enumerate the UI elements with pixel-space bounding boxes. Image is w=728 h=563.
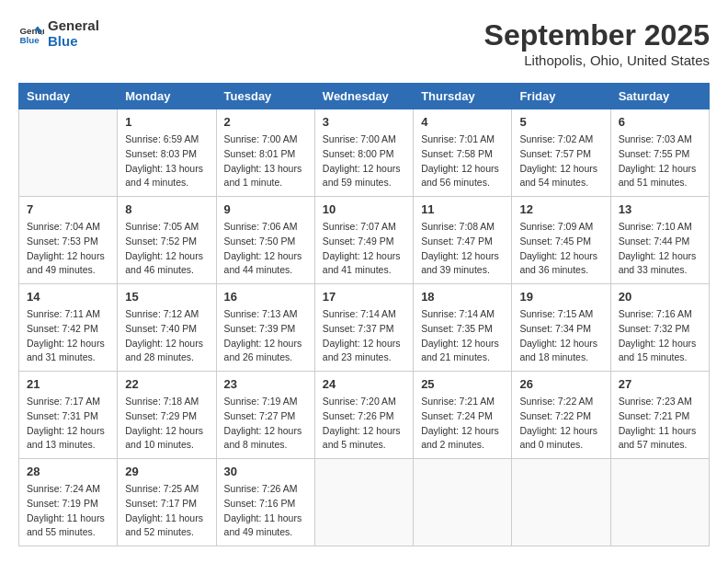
calendar-cell — [610, 459, 709, 546]
day-info: Sunrise: 7:25 AMSunset: 7:17 PMDaylight:… — [125, 482, 208, 540]
page-subtitle: Lithopolis, Ohio, United States — [484, 52, 710, 68]
calendar-cell: 13Sunrise: 7:10 AMSunset: 7:44 PMDayligh… — [610, 197, 709, 284]
calendar-cell: 18Sunrise: 7:14 AMSunset: 7:35 PMDayligh… — [414, 284, 512, 372]
day-info: Sunrise: 7:00 AMSunset: 8:01 PMDaylight:… — [224, 132, 307, 190]
calendar-cell — [512, 459, 610, 546]
calendar-cell: 11Sunrise: 7:08 AMSunset: 7:47 PMDayligh… — [414, 197, 512, 284]
calendar-table: SundayMondayTuesdayWednesdayThursdayFrid… — [18, 83, 710, 546]
day-info: Sunrise: 7:12 AMSunset: 7:40 PMDaylight:… — [125, 307, 208, 365]
calendar-cell: 22Sunrise: 7:18 AMSunset: 7:29 PMDayligh… — [118, 372, 216, 459]
header-wednesday: Wednesday — [314, 84, 413, 109]
day-info: Sunrise: 7:19 AMSunset: 7:27 PMDaylight:… — [224, 395, 307, 453]
calendar-cell: 15Sunrise: 7:12 AMSunset: 7:40 PMDayligh… — [118, 284, 216, 372]
calendar-cell: 1Sunrise: 6:59 AMSunset: 8:03 PMDaylight… — [118, 109, 216, 197]
calendar-week-row: 1Sunrise: 6:59 AMSunset: 8:03 PMDaylight… — [19, 109, 710, 197]
day-info: Sunrise: 7:04 AMSunset: 7:53 PMDaylight:… — [27, 220, 109, 278]
day-info: Sunrise: 7:18 AMSunset: 7:29 PMDaylight:… — [125, 395, 208, 453]
calendar-cell: 3Sunrise: 7:00 AMSunset: 8:00 PMDaylight… — [314, 109, 413, 197]
day-number: 12 — [519, 202, 602, 216]
calendar-cell — [314, 459, 413, 546]
day-number: 24 — [323, 377, 405, 391]
day-info: Sunrise: 7:10 AMSunset: 7:44 PMDaylight:… — [619, 220, 701, 278]
day-number: 28 — [27, 465, 109, 478]
day-info: Sunrise: 7:03 AMSunset: 7:55 PMDaylight:… — [619, 132, 701, 190]
day-number: 25 — [421, 377, 504, 391]
logo-icon: General Blue — [18, 21, 44, 47]
day-info: Sunrise: 7:13 AMSunset: 7:39 PMDaylight:… — [224, 307, 307, 365]
calendar-header-row: SundayMondayTuesdayWednesdayThursdayFrid… — [19, 84, 710, 109]
day-number: 3 — [323, 115, 405, 129]
calendar-cell: 4Sunrise: 7:01 AMSunset: 7:58 PMDaylight… — [414, 109, 512, 197]
calendar-cell: 29Sunrise: 7:25 AMSunset: 7:17 PMDayligh… — [118, 459, 216, 546]
day-number: 5 — [519, 115, 602, 129]
day-number: 13 — [619, 202, 701, 216]
day-info: Sunrise: 7:01 AMSunset: 7:58 PMDaylight:… — [421, 132, 504, 190]
calendar-week-row: 21Sunrise: 7:17 AMSunset: 7:31 PMDayligh… — [19, 372, 710, 459]
day-number: 26 — [519, 377, 602, 391]
day-info: Sunrise: 7:22 AMSunset: 7:22 PMDaylight:… — [519, 395, 602, 453]
day-number: 1 — [125, 115, 208, 129]
day-number: 17 — [323, 290, 405, 304]
day-number: 10 — [323, 202, 405, 216]
calendar-cell: 8Sunrise: 7:05 AMSunset: 7:52 PMDaylight… — [118, 197, 216, 284]
logo-text-blue: Blue — [48, 34, 99, 50]
day-number: 7 — [27, 202, 109, 216]
day-number: 16 — [224, 290, 307, 304]
day-number: 29 — [125, 465, 208, 478]
header-monday: Monday — [118, 84, 216, 109]
logo-text-general: General — [48, 18, 99, 34]
day-info: Sunrise: 7:15 AMSunset: 7:34 PMDaylight:… — [519, 307, 602, 365]
calendar-cell: 2Sunrise: 7:00 AMSunset: 8:01 PMDaylight… — [216, 109, 314, 197]
day-info: Sunrise: 7:07 AMSunset: 7:49 PMDaylight:… — [323, 220, 405, 278]
day-info: Sunrise: 7:20 AMSunset: 7:26 PMDaylight:… — [323, 395, 405, 453]
day-info: Sunrise: 7:08 AMSunset: 7:47 PMDaylight:… — [421, 220, 504, 278]
calendar-week-row: 28Sunrise: 7:24 AMSunset: 7:19 PMDayligh… — [19, 459, 710, 546]
page-title: September 2025 — [484, 18, 710, 52]
calendar-cell: 7Sunrise: 7:04 AMSunset: 7:53 PMDaylight… — [19, 197, 118, 284]
calendar-cell: 19Sunrise: 7:15 AMSunset: 7:34 PMDayligh… — [512, 284, 610, 372]
day-number: 20 — [619, 290, 701, 304]
calendar-cell: 20Sunrise: 7:16 AMSunset: 7:32 PMDayligh… — [610, 284, 709, 372]
calendar-cell: 23Sunrise: 7:19 AMSunset: 7:27 PMDayligh… — [216, 372, 314, 459]
day-info: Sunrise: 7:24 AMSunset: 7:19 PMDaylight:… — [27, 482, 109, 540]
calendar-cell: 6Sunrise: 7:03 AMSunset: 7:55 PMDaylight… — [610, 109, 709, 197]
day-info: Sunrise: 7:11 AMSunset: 7:42 PMDaylight:… — [27, 307, 109, 365]
day-info: Sunrise: 7:02 AMSunset: 7:57 PMDaylight:… — [519, 132, 602, 190]
day-info: Sunrise: 7:16 AMSunset: 7:32 PMDaylight:… — [619, 307, 701, 365]
day-info: Sunrise: 7:17 AMSunset: 7:31 PMDaylight:… — [27, 395, 109, 453]
page-header: General Blue General Blue September 2025… — [18, 18, 710, 68]
day-number: 21 — [27, 377, 109, 391]
day-number: 27 — [619, 377, 701, 391]
day-info: Sunrise: 7:14 AMSunset: 7:35 PMDaylight:… — [421, 307, 504, 365]
calendar-cell: 12Sunrise: 7:09 AMSunset: 7:45 PMDayligh… — [512, 197, 610, 284]
day-number: 14 — [27, 290, 109, 304]
calendar-cell: 9Sunrise: 7:06 AMSunset: 7:50 PMDaylight… — [216, 197, 314, 284]
calendar-cell: 14Sunrise: 7:11 AMSunset: 7:42 PMDayligh… — [19, 284, 118, 372]
calendar-cell: 17Sunrise: 7:14 AMSunset: 7:37 PMDayligh… — [314, 284, 413, 372]
calendar-cell: 16Sunrise: 7:13 AMSunset: 7:39 PMDayligh… — [216, 284, 314, 372]
calendar-week-row: 14Sunrise: 7:11 AMSunset: 7:42 PMDayligh… — [19, 284, 710, 372]
day-info: Sunrise: 7:00 AMSunset: 8:00 PMDaylight:… — [323, 132, 405, 190]
calendar-cell — [19, 109, 118, 197]
calendar-cell: 26Sunrise: 7:22 AMSunset: 7:22 PMDayligh… — [512, 372, 610, 459]
day-number: 18 — [421, 290, 504, 304]
day-info: Sunrise: 6:59 AMSunset: 8:03 PMDaylight:… — [125, 132, 208, 190]
day-info: Sunrise: 7:09 AMSunset: 7:45 PMDaylight:… — [519, 220, 602, 278]
day-number: 8 — [125, 202, 208, 216]
calendar-cell: 10Sunrise: 7:07 AMSunset: 7:49 PMDayligh… — [314, 197, 413, 284]
day-number: 15 — [125, 290, 208, 304]
svg-text:Blue: Blue — [19, 34, 40, 44]
calendar-cell: 5Sunrise: 7:02 AMSunset: 7:57 PMDaylight… — [512, 109, 610, 197]
day-info: Sunrise: 7:06 AMSunset: 7:50 PMDaylight:… — [224, 220, 307, 278]
calendar-week-row: 7Sunrise: 7:04 AMSunset: 7:53 PMDaylight… — [19, 197, 710, 284]
day-info: Sunrise: 7:26 AMSunset: 7:16 PMDaylight:… — [224, 482, 307, 540]
day-number: 2 — [224, 115, 307, 129]
day-info: Sunrise: 7:14 AMSunset: 7:37 PMDaylight:… — [323, 307, 405, 365]
day-number: 22 — [125, 377, 208, 391]
calendar-cell: 28Sunrise: 7:24 AMSunset: 7:19 PMDayligh… — [19, 459, 118, 546]
day-number: 9 — [224, 202, 307, 216]
title-block: September 2025 Lithopolis, Ohio, United … — [484, 18, 710, 68]
header-saturday: Saturday — [610, 84, 709, 109]
day-info: Sunrise: 7:21 AMSunset: 7:24 PMDaylight:… — [421, 395, 504, 453]
day-number: 11 — [421, 202, 504, 216]
